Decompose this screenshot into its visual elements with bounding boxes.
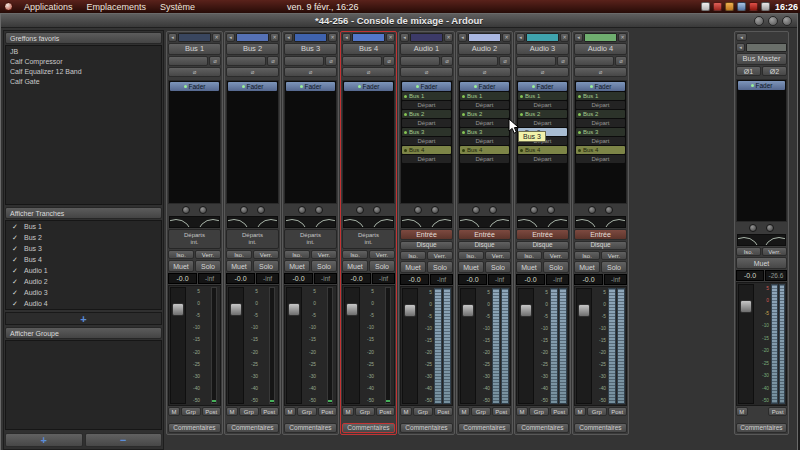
strip-meterpoint-button[interactable]: ⌀ [499, 56, 511, 66]
panner-display[interactable] [459, 216, 510, 228]
solo-button[interactable]: Solo [485, 261, 511, 273]
strip-group-button[interactable] [342, 56, 382, 66]
gain-display[interactable]: -0.0 [168, 273, 197, 284]
solo-button[interactable]: Solo [195, 260, 221, 272]
panner-display[interactable] [285, 216, 336, 228]
master-hide-button[interactable]: ◂ [736, 43, 745, 52]
strip-close-button[interactable]: ✕ [270, 33, 279, 42]
meter-point-button[interactable]: Post [768, 407, 787, 416]
strip-group-button[interactable] [226, 56, 266, 66]
processor-box[interactable]: Fader [342, 80, 395, 204]
add-group-button[interactable]: + [5, 433, 83, 447]
send-bus-2[interactable]: Bus 2 [460, 110, 509, 118]
monitor-disk-button[interactable]: Disque [574, 241, 627, 250]
master-mute-button[interactable]: Muet [736, 257, 787, 269]
strip-automation-button[interactable]: ⌀ [400, 67, 453, 77]
send-depart-row[interactable]: Départ [576, 119, 625, 127]
send-bus-3[interactable]: Bus 3 [402, 128, 451, 136]
pan-knob-right[interactable] [605, 206, 613, 214]
monitor-disk-button[interactable]: Disque [516, 241, 569, 250]
send-depart-row[interactable]: Départ [460, 137, 509, 145]
panner-display[interactable] [575, 216, 626, 228]
solo-button[interactable]: Solo [427, 261, 453, 273]
group-assign-button[interactable]: Grp [355, 407, 374, 416]
gain-display[interactable]: -0.0 [736, 270, 764, 281]
processor-box[interactable]: Fader [226, 80, 279, 204]
strip-group-button[interactable] [458, 56, 498, 66]
menu-systeme[interactable]: Système [153, 0, 202, 13]
send-bus-3[interactable]: Bus 3 [460, 128, 509, 136]
mute-button[interactable]: Muet [458, 261, 484, 273]
gain-display[interactable]: -0.0 [400, 274, 429, 285]
gain-display[interactable]: -0.0 [284, 273, 313, 284]
solo-button[interactable]: Solo [253, 260, 279, 272]
pan-knob-left[interactable] [356, 206, 364, 214]
fader-handle[interactable] [404, 304, 416, 317]
meter-point-button[interactable]: Post [260, 407, 279, 416]
gain-display[interactable]: -0.0 [342, 273, 371, 284]
fader-handle[interactable] [740, 300, 752, 313]
strip-close-button[interactable]: ✕ [618, 33, 627, 42]
solo-lock-button[interactable]: Verr. [253, 250, 279, 259]
comments-button[interactable]: Commentaires [284, 423, 337, 433]
send-depart-row[interactable]: Départ [460, 119, 509, 127]
strip-group-button[interactable] [284, 56, 324, 66]
input-button[interactable]: Départs int. [226, 229, 279, 249]
strip-automation-button[interactable]: ⌀ [342, 67, 395, 77]
input-button[interactable]: Départs int. [284, 229, 337, 249]
pan-knob-left[interactable] [414, 206, 422, 214]
group-assign-button[interactable]: Grp [529, 407, 548, 416]
send-bus-2[interactable]: Bus 2 [402, 110, 451, 118]
tray-icon-3[interactable] [725, 2, 734, 11]
pan-knob-left[interactable] [240, 206, 248, 214]
group-assign-button[interactable]: Grp [297, 407, 316, 416]
solo-lock-button[interactable]: Verr. [762, 247, 787, 256]
comments-button[interactable]: Commentaires [736, 423, 787, 433]
strip-name-button[interactable]: Audio 4 [574, 43, 627, 55]
monitor-input-button[interactable]: Entrée [516, 229, 569, 240]
strip-hide-button[interactable]: ◂ [516, 33, 525, 42]
strip-name-button[interactable]: Bus 3 [284, 43, 337, 55]
strip-hide-button[interactable]: ◂ [226, 33, 235, 42]
send-bus-3[interactable]: Bus 3 [576, 128, 625, 136]
peak-display[interactable]: -inf [372, 273, 395, 284]
send-depart-row[interactable]: Départ [402, 137, 451, 145]
monitor-disk-button[interactable]: Disque [458, 241, 511, 250]
send-bus-4[interactable]: Bus 4 [576, 146, 625, 154]
titlebar[interactable]: *44-256 - Console de mixage - Ardour [1, 14, 797, 28]
pan-knob-left[interactable] [182, 206, 190, 214]
strip-automation-button[interactable]: ⌀ [516, 67, 569, 77]
strip-group-button[interactable] [400, 56, 440, 66]
pan-knob-left[interactable] [472, 206, 480, 214]
strip-hide-button[interactable]: ◂ [400, 33, 409, 42]
fader-handle[interactable] [520, 304, 532, 317]
solo-button[interactable]: Solo [311, 260, 337, 272]
fader-processor-button[interactable]: Fader [576, 82, 625, 91]
gain-fader[interactable] [344, 287, 360, 404]
strip-visibility-item[interactable]: ✓Bus 3 [6, 243, 161, 254]
input-button[interactable]: Départs int. [342, 229, 395, 249]
strip-group-button[interactable] [574, 56, 614, 66]
close-button[interactable] [782, 16, 792, 26]
minimize-button[interactable] [754, 16, 764, 26]
panner-display[interactable] [343, 216, 394, 228]
send-bus-4[interactable]: Bus 4 [402, 146, 451, 154]
gain-fader[interactable] [286, 287, 302, 404]
gain-fader[interactable] [170, 287, 186, 404]
strip-visibility-item[interactable]: ✓Audio 2 [6, 276, 161, 287]
solo-isolate-button[interactable]: Iso. [574, 251, 600, 260]
solo-button[interactable]: Solo [543, 261, 569, 273]
strip-automation-button[interactable]: ⌀ [226, 67, 279, 77]
pan-knob-left[interactable] [749, 224, 757, 232]
send-depart-row[interactable]: Départ [576, 155, 625, 163]
solo-lock-button[interactable]: Verr. [427, 251, 453, 260]
pan-knob-right[interactable] [199, 206, 207, 214]
mute-button[interactable]: Muet [284, 260, 310, 272]
strip-visibility-item[interactable]: ✓Bus 2 [6, 232, 161, 243]
pan-knob-right[interactable] [315, 206, 323, 214]
monitor-input-button[interactable]: Entrée [400, 229, 453, 240]
send-depart-row[interactable]: Départ [576, 137, 625, 145]
strip-meterpoint-button[interactable]: ⌀ [441, 56, 453, 66]
peak-display[interactable]: -inf [314, 273, 337, 284]
processor-box[interactable]: Fader Bus 1DépartBus 2DépartBus 3DépartB… [400, 80, 453, 204]
